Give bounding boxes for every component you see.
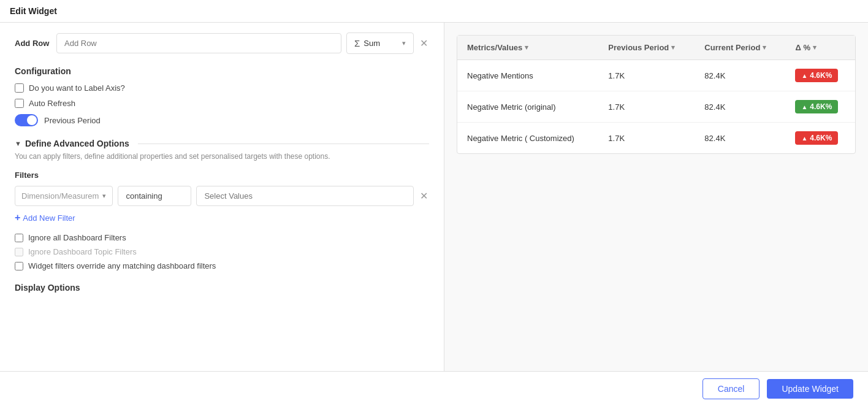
auto-refresh-label: Auto Refresh xyxy=(29,99,75,108)
data-table: Metrics/Values ▾ Previous Period ▾ xyxy=(457,36,855,153)
col-previous: Previous Period ▾ xyxy=(598,36,695,60)
col-current: Current Period ▾ xyxy=(695,36,785,60)
arrow-up-icon: ▲ xyxy=(801,72,807,79)
containing-input: containing xyxy=(118,186,191,206)
filters-title: Filters xyxy=(15,170,429,180)
delta-badge: ▲4.6K% xyxy=(795,100,838,113)
filter-close-icon[interactable]: ✕ xyxy=(419,189,429,203)
filter-checkboxes: Ignore all Dashboard Filters Ignore Dash… xyxy=(15,233,429,270)
display-options-title: Display Options xyxy=(15,283,429,293)
table-row: Negative Metric (original)1.7K82.4K▲4.6K… xyxy=(457,91,855,123)
previous-cell: 1.7K xyxy=(598,123,695,154)
metric-cell: Negative Metric ( Customized) xyxy=(457,123,598,154)
select-values-input[interactable] xyxy=(196,186,414,206)
col-metrics: Metrics/Values ▾ xyxy=(457,36,598,60)
widget-override-checkbox[interactable] xyxy=(15,262,23,270)
col-delta: Δ % ▾ xyxy=(785,36,855,60)
table-row: Negative Mentions1.7K82.4K▲4.6K% xyxy=(457,60,855,91)
chevron-down-icon[interactable]: ▾ xyxy=(671,44,675,52)
chevron-down-icon[interactable]: ▾ xyxy=(525,44,528,52)
label-axis-checkbox[interactable] xyxy=(15,83,24,93)
arrow-up-icon: ▲ xyxy=(801,104,807,110)
previous-cell: 1.7K xyxy=(598,60,695,91)
current-cell: 82.4K xyxy=(695,123,785,154)
delta-cell: ▲4.6K% xyxy=(785,123,855,154)
advanced-description: You can apply filters, define additional… xyxy=(15,152,429,161)
delta-cell: ▲4.6K% xyxy=(785,91,855,123)
right-panel: Metrics/Values ▾ Previous Period ▾ xyxy=(444,23,868,371)
add-row-input[interactable] xyxy=(56,33,341,53)
dimension-select[interactable]: Dimension/Measurem ▾ xyxy=(15,186,113,206)
filters-section: Filters Dimension/Measurem ▾ containing … xyxy=(15,170,429,270)
chevron-down-icon: ▼ xyxy=(15,140,21,147)
filter-row: Dimension/Measurem ▾ containing ✕ xyxy=(15,186,429,206)
plus-icon: + xyxy=(15,212,20,223)
delta-badge: ▲4.6K% xyxy=(795,131,838,145)
add-row-label: Add Row xyxy=(15,39,51,48)
add-new-filter-button[interactable]: + Add New Filter xyxy=(15,212,75,223)
arrow-up-icon: ▲ xyxy=(801,135,807,142)
previous-period-toggle[interactable] xyxy=(15,114,38,126)
ignore-topic-label: Ignore Dashboard Topic Filters xyxy=(28,247,137,256)
update-widget-button[interactable]: Update Widget xyxy=(767,379,853,399)
auto-refresh-checkbox[interactable] xyxy=(15,99,24,108)
delta-cell: ▲4.6K% xyxy=(785,60,855,91)
advanced-header[interactable]: ▼ Define Advanced Options xyxy=(15,139,429,148)
metric-cell: Negative Mentions xyxy=(457,60,598,91)
table-header-row: Metrics/Values ▾ Previous Period ▾ xyxy=(457,36,855,60)
page-title: Edit Widget xyxy=(0,0,868,23)
cancel-button[interactable]: Cancel xyxy=(702,378,760,399)
data-table-container: Metrics/Values ▾ Previous Period ▾ xyxy=(457,35,856,154)
sigma-icon: Σ xyxy=(354,38,360,48)
configuration-section: Configuration Do you want to Label Axis?… xyxy=(15,66,429,126)
chevron-down-icon: ▾ xyxy=(402,39,406,47)
left-panel: Add Row Σ Sum ▾ ✕ Configuration Do you w… xyxy=(0,23,444,371)
footer: Cancel Update Widget xyxy=(0,371,868,406)
previous-period-label: Previous Period xyxy=(44,116,101,125)
advanced-title: Define Advanced Options xyxy=(25,139,129,148)
delta-badge: ▲4.6K% xyxy=(795,69,838,82)
table-row: Negative Metric ( Customized)1.7K82.4K▲4… xyxy=(457,123,855,154)
ignore-dashboard-checkbox[interactable] xyxy=(15,234,23,242)
current-cell: 82.4K xyxy=(695,91,785,123)
widget-override-label: Widget filters override any matching das… xyxy=(28,261,216,270)
chevron-down-icon[interactable]: ▾ xyxy=(813,44,817,52)
close-icon[interactable]: ✕ xyxy=(419,36,429,50)
ignore-dashboard-label: Ignore all Dashboard Filters xyxy=(28,233,126,242)
label-axis-label: Do you want to Label Axis? xyxy=(29,83,125,93)
current-cell: 82.4K xyxy=(695,60,785,91)
ignore-topic-checkbox[interactable] xyxy=(15,248,23,256)
configuration-title: Configuration xyxy=(15,66,429,76)
previous-cell: 1.7K xyxy=(598,91,695,123)
display-options-section: Display Options xyxy=(15,283,429,293)
chevron-down-icon[interactable]: ▾ xyxy=(763,44,766,52)
chevron-down-icon: ▾ xyxy=(102,192,106,200)
metric-cell: Negative Metric (original) xyxy=(457,91,598,123)
advanced-section: ▼ Define Advanced Options You can apply … xyxy=(15,139,429,270)
sum-select[interactable]: Σ Sum ▾ xyxy=(346,33,414,54)
